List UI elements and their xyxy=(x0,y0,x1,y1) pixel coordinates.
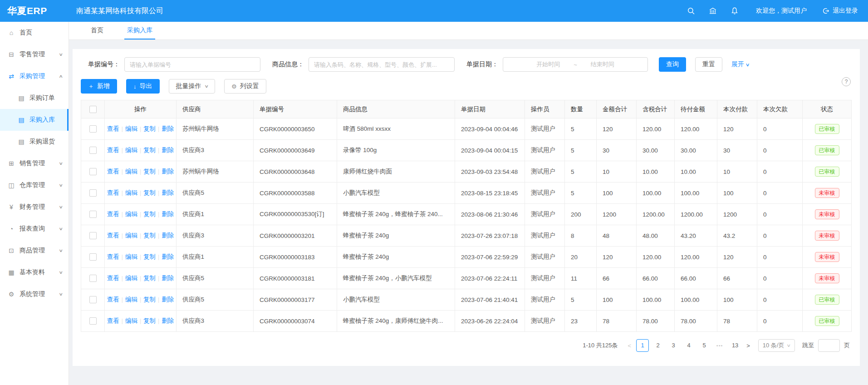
sidebar-item-warehouse[interactable]: ◫仓库管理∨ xyxy=(0,174,69,196)
row-action-edit[interactable]: 编辑 xyxy=(125,168,137,175)
doc-icon: ▤ xyxy=(17,138,25,145)
row-action-delete[interactable]: 删除 xyxy=(162,168,174,175)
date-range-picker[interactable]: 开始时间 ~ 结束时间 xyxy=(503,57,648,72)
row-action-delete[interactable]: 删除 xyxy=(162,317,174,324)
row-action-view[interactable]: 查看 xyxy=(107,168,119,175)
cell-qty: 5 xyxy=(565,118,597,140)
select-all-checkbox[interactable] xyxy=(89,106,97,113)
pager-page-2[interactable]: 2 xyxy=(652,339,664,352)
row-actions: 查看|编辑|复制|删除 xyxy=(105,268,177,289)
cell-goods: 小鹏汽车模型 xyxy=(337,183,455,204)
row-action-edit[interactable]: 编辑 xyxy=(125,211,137,217)
sidebar-item-sales[interactable]: ⊞销售管理∨ xyxy=(0,153,69,174)
row-checkbox[interactable] xyxy=(89,296,97,303)
row-action-copy[interactable]: 复制 xyxy=(143,317,156,324)
sidebar-item-purchase-return[interactable]: ▤采购退货 xyxy=(0,131,69,153)
tab-0[interactable]: 首页 xyxy=(88,22,106,39)
row-action-edit[interactable]: 编辑 xyxy=(125,232,137,239)
row-checkbox[interactable] xyxy=(89,125,97,133)
pager-page-4[interactable]: 4 xyxy=(682,339,695,352)
column-settings-button[interactable]: ⚙列设置 xyxy=(224,79,266,94)
row-action-view[interactable]: 查看 xyxy=(107,232,119,239)
page-size-select[interactable]: 10 条/页∨ xyxy=(758,339,795,352)
cell-status: 已审核 xyxy=(803,161,852,183)
row-action-delete[interactable]: 删除 xyxy=(162,211,174,217)
row-checkbox[interactable] xyxy=(89,253,97,261)
sidebar-item-purchase-order[interactable]: ▤采购订单 xyxy=(0,87,69,109)
goods-input[interactable] xyxy=(309,57,455,72)
row-action-delete[interactable]: 删除 xyxy=(162,232,174,239)
next-page-button[interactable]: > xyxy=(746,342,750,349)
sidebar-item-retail[interactable]: ⊟零售管理∨ xyxy=(0,44,69,65)
platform-icon[interactable] xyxy=(709,7,717,15)
sidebar-item-purchase-inbound[interactable]: ▤采购入库 xyxy=(0,109,69,131)
row-action-edit[interactable]: 编辑 xyxy=(125,125,137,132)
pager-page-5[interactable]: 5 xyxy=(698,339,711,352)
row-action-copy[interactable]: 复制 xyxy=(143,168,156,175)
row-action-delete[interactable]: 删除 xyxy=(162,275,174,281)
add-button[interactable]: ＋新增 xyxy=(81,79,117,94)
row-action-edit[interactable]: 编辑 xyxy=(125,275,137,281)
row-action-view[interactable]: 查看 xyxy=(107,253,119,260)
row-action-view[interactable]: 查看 xyxy=(107,125,119,132)
action-separator: | xyxy=(140,275,141,281)
row-action-view[interactable]: 查看 xyxy=(107,275,119,281)
row-action-view[interactable]: 查看 xyxy=(107,147,119,153)
search-button[interactable]: 查询 xyxy=(659,57,686,72)
sidebar-item-purchase[interactable]: ⇄采购管理∧ xyxy=(0,65,69,87)
row-action-edit[interactable]: 编辑 xyxy=(125,317,137,324)
row-checkbox[interactable] xyxy=(89,275,97,282)
export-button[interactable]: ↓导出 xyxy=(126,79,160,94)
reset-button[interactable]: 重置 xyxy=(695,57,722,72)
row-action-copy[interactable]: 复制 xyxy=(143,147,156,153)
row-action-copy[interactable]: 复制 xyxy=(143,253,156,260)
sidebar-item-home[interactable]: ⌂首页 xyxy=(0,22,69,44)
prev-page-button[interactable]: < xyxy=(628,342,632,349)
sidebar-item-report[interactable]: ◔报表查询∨ xyxy=(0,218,69,240)
bill-no-input[interactable] xyxy=(124,57,260,72)
row-checkbox[interactable] xyxy=(89,211,97,218)
batch-actions-button[interactable]: 批量操作∨ xyxy=(169,79,216,94)
sidebar-item-goods[interactable]: ⊡商品管理∨ xyxy=(0,240,69,262)
row-action-copy[interactable]: 复制 xyxy=(143,211,156,217)
sidebar-item-basedata[interactable]: ▦基本资料∨ xyxy=(0,262,69,283)
row-action-copy[interactable]: 复制 xyxy=(143,189,156,196)
help-icon[interactable]: ? xyxy=(842,77,851,86)
row-action-view[interactable]: 查看 xyxy=(107,189,119,196)
row-action-view[interactable]: 查看 xyxy=(107,317,119,324)
row-action-delete[interactable]: 删除 xyxy=(162,189,174,196)
row-checkbox[interactable] xyxy=(89,232,97,239)
row-action-copy[interactable]: 复制 xyxy=(143,232,156,239)
row-action-edit[interactable]: 编辑 xyxy=(125,189,137,196)
row-action-copy[interactable]: 复制 xyxy=(143,296,156,303)
row-action-edit[interactable]: 编辑 xyxy=(125,253,137,260)
row-action-edit[interactable]: 编辑 xyxy=(125,147,137,153)
row-action-delete[interactable]: 删除 xyxy=(162,147,174,153)
logout-button[interactable]: 退出登录 xyxy=(822,7,858,15)
sidebar-item-finance[interactable]: ¥财务管理∨ xyxy=(0,196,69,218)
pager-page-3[interactable]: 3 xyxy=(667,339,680,352)
pager-page-13[interactable]: 13 xyxy=(729,339,741,352)
tab-1[interactable]: 采购入库 xyxy=(124,22,155,39)
row-action-copy[interactable]: 复制 xyxy=(143,275,156,281)
row-action-delete[interactable]: 删除 xyxy=(162,125,174,132)
sidebar-item-system[interactable]: ⚙系统管理∨ xyxy=(0,283,69,305)
row-checkbox[interactable] xyxy=(89,317,97,325)
row-action-delete[interactable]: 删除 xyxy=(162,296,174,303)
row-checkbox[interactable] xyxy=(89,168,97,175)
expand-link[interactable]: 展开∨ xyxy=(731,60,749,69)
row-action-copy[interactable]: 复制 xyxy=(143,125,156,132)
row-checkbox[interactable] xyxy=(89,147,97,154)
bell-icon[interactable] xyxy=(731,7,739,15)
row-action-edit[interactable]: 编辑 xyxy=(125,296,137,303)
row-action-delete[interactable]: 删除 xyxy=(162,253,174,260)
pager-page-1[interactable]: 1 xyxy=(636,339,649,352)
row-action-view[interactable]: 查看 xyxy=(107,211,119,217)
jump-page-input[interactable] xyxy=(818,339,840,352)
sidebar-item-label: 采购入库 xyxy=(29,116,55,124)
search-icon[interactable] xyxy=(687,7,695,15)
cell-operator: 测试用户 xyxy=(525,268,565,289)
row-checkbox[interactable] xyxy=(89,189,97,197)
row-action-view[interactable]: 查看 xyxy=(107,296,119,303)
money-icon: ¥ xyxy=(7,203,15,211)
